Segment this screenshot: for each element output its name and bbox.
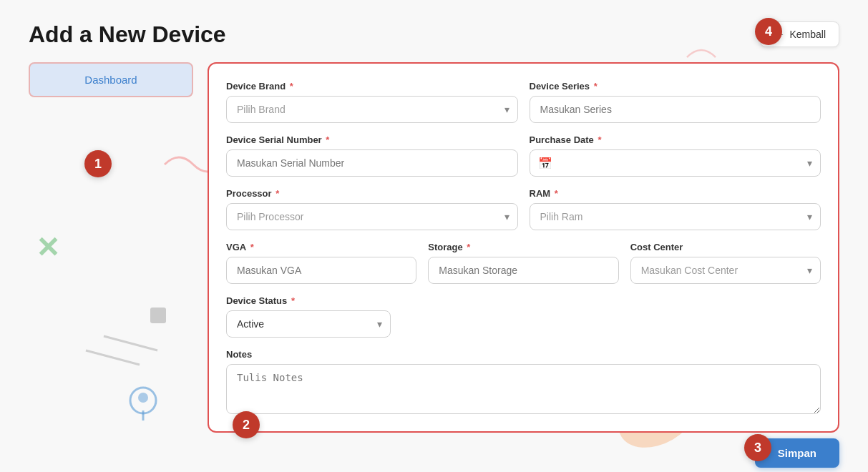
storage-input[interactable]: [428, 257, 618, 284]
required-star-storage: *: [464, 242, 471, 252]
form-group-processor: Processor * Pilih Processor: [226, 188, 518, 230]
label-device-series: Device Series *: [530, 81, 821, 92]
form-group-device-brand: Device Brand * Pilih Brand: [226, 81, 518, 123]
required-star-serial: *: [323, 134, 330, 145]
processor-select[interactable]: Pilih Processor: [226, 203, 518, 230]
label-purchase-date: Purchase Date *: [530, 134, 821, 145]
form-group-storage: Storage *: [428, 242, 618, 284]
form-group-serial-number: Device Serial Number *: [226, 134, 518, 177]
form-container: Device Brand * Pilih Brand Device Series…: [208, 62, 839, 433]
form-row-2: Device Serial Number * Purchase Date * 📅: [226, 134, 821, 177]
form-grid: Device Brand * Pilih Brand Device Series…: [226, 81, 821, 414]
page-title: Add a New Device: [29, 21, 226, 48]
calendar-icon: 📅: [538, 157, 552, 170]
select-wrapper-processor: Pilih Processor: [226, 203, 518, 230]
form-group-device-series: Device Series *: [530, 81, 821, 123]
vga-input[interactable]: [226, 257, 416, 284]
form-group-notes: Notes: [226, 349, 821, 414]
form-group-cost-center: Cost Center Masukan Cost Center: [630, 242, 821, 284]
label-vga: VGA *: [226, 242, 416, 252]
form-row-1: Device Brand * Pilih Brand Device Series…: [226, 81, 821, 123]
select-wrapper-cost-center: Masukan Cost Center: [630, 257, 821, 284]
label-notes: Notes: [226, 349, 821, 360]
purchase-date-input[interactable]: [530, 149, 821, 177]
required-star-processor: *: [273, 188, 280, 199]
required-star-vga: *: [248, 242, 254, 252]
serial-number-input[interactable]: [226, 149, 518, 177]
required-star-status: *: [288, 295, 295, 306]
step-badge-4: 4: [755, 18, 782, 45]
label-ram: RAM *: [530, 188, 821, 199]
form-group-vga: VGA *: [226, 242, 416, 284]
cost-center-select[interactable]: Masukan Cost Center: [630, 257, 821, 284]
notes-textarea[interactable]: [226, 364, 821, 414]
label-serial-number: Device Serial Number *: [226, 134, 518, 145]
label-processor: Processor *: [226, 188, 518, 199]
step-badge-2: 2: [233, 411, 260, 438]
form-row-6: Notes: [226, 349, 821, 414]
step-badge-1: 1: [84, 150, 112, 177]
required-star-series: *: [591, 81, 598, 92]
label-device-brand: Device Brand *: [226, 81, 518, 92]
sidebar-item-dashboard[interactable]: Dashboard: [29, 62, 193, 97]
form-group-purchase-date: Purchase Date * 📅: [530, 134, 821, 177]
form-row-3: Processor * Pilih Processor RAM *: [226, 188, 821, 230]
step-badge-3: 3: [744, 434, 771, 461]
required-star-date: *: [595, 134, 602, 145]
device-brand-select[interactable]: Pilih Brand: [226, 96, 518, 123]
device-status-select[interactable]: Active Inactive Maintenance: [226, 310, 391, 338]
form-bottom-row: Simpan: [29, 433, 839, 468]
content-area: Dashboard Device Brand * Pilih Brand: [29, 62, 839, 433]
device-series-input[interactable]: [530, 96, 821, 123]
required-star-brand: *: [287, 81, 293, 92]
select-wrapper-brand: Pilih Brand: [226, 96, 518, 123]
ram-select[interactable]: Pilih Ram: [530, 203, 821, 230]
page-header: Add a New Device ← Kemball: [29, 21, 839, 48]
select-wrapper-status: Active Inactive Maintenance: [226, 310, 391, 338]
label-storage: Storage *: [428, 242, 618, 252]
form-row-5: Device Status * Active Inactive Maintena…: [226, 295, 821, 338]
select-wrapper-ram: Pilih Ram: [530, 203, 821, 230]
sidebar: Dashboard: [29, 62, 193, 433]
form-row-4: VGA * Storage * Cost Center: [226, 242, 821, 284]
required-star-ram: *: [552, 188, 558, 199]
date-wrapper: 📅: [530, 149, 821, 177]
label-device-status: Device Status *: [226, 295, 391, 306]
form-group-ram: RAM * Pilih Ram: [530, 188, 821, 230]
form-group-device-status: Device Status * Active Inactive Maintena…: [226, 295, 391, 338]
label-cost-center: Cost Center: [630, 242, 821, 252]
